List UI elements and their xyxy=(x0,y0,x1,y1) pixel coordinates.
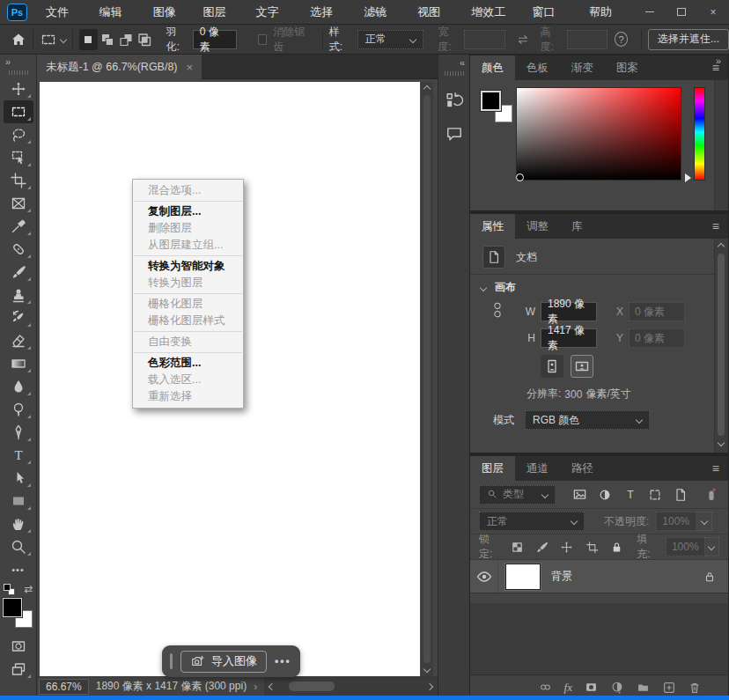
link-layers-icon[interactable] xyxy=(538,681,553,694)
section-collapse-icon[interactable] xyxy=(480,284,487,291)
filter-adjustment-layers-icon[interactable] xyxy=(597,488,614,502)
rectangular-marquee-tool[interactable] xyxy=(4,100,33,123)
eraser-tool[interactable] xyxy=(4,329,33,352)
menu-select[interactable]: 选择(S) xyxy=(300,0,354,25)
path-selection-tool[interactable] xyxy=(4,467,33,490)
vertical-scroll-thumb[interactable] xyxy=(423,95,431,663)
tab-paths[interactable]: 路径 xyxy=(560,456,605,481)
tab-gradients[interactable]: 渐变 xyxy=(560,55,605,80)
menu-item-delete-layer[interactable]: 删除图层 xyxy=(133,220,243,237)
intersect-selection-button[interactable] xyxy=(135,29,153,50)
canvas-width-input[interactable]: 1890 像素 xyxy=(541,302,597,321)
panel-color-swatches[interactable] xyxy=(481,91,512,122)
panel-menu-icon[interactable]: ≡ xyxy=(712,461,719,475)
menu-help[interactable]: 帮助(H) xyxy=(579,0,634,25)
menu-item-reselect[interactable]: 重新选择 xyxy=(133,388,243,405)
portrait-orientation-button[interactable] xyxy=(541,355,563,378)
select-and-mask-button[interactable]: 选择并遮住... xyxy=(648,29,729,50)
menu-item-group-from-layers[interactable]: 从图层建立组... xyxy=(133,237,243,254)
add-mask-icon[interactable] xyxy=(584,681,599,694)
new-selection-button[interactable] xyxy=(79,29,98,50)
constrain-link-icon[interactable] xyxy=(491,298,504,321)
tools-grip[interactable] xyxy=(9,70,28,75)
width-input[interactable] xyxy=(464,30,504,49)
tool-preset-picker[interactable] xyxy=(40,32,66,48)
edit-toolbar-button[interactable]: ••• xyxy=(4,558,33,581)
menu-file[interactable]: 文件(F) xyxy=(36,0,90,25)
landscape-orientation-button[interactable] xyxy=(571,355,593,378)
blend-mode-select[interactable]: 正常 xyxy=(479,512,585,531)
default-colors-icon[interactable] xyxy=(4,584,15,595)
foreground-color-swatch[interactable] xyxy=(481,91,501,111)
swap-dimensions-icon[interactable] xyxy=(516,33,530,46)
tab-color[interactable]: 颜色 xyxy=(470,55,515,80)
collapse-panel-icon[interactable]: » xyxy=(716,55,721,66)
delete-layer-icon[interactable] xyxy=(688,681,702,695)
brush-tool[interactable] xyxy=(4,261,33,284)
lock-position-icon[interactable] xyxy=(559,541,575,554)
tab-channels[interactable]: 通道 xyxy=(515,456,560,481)
document-tab[interactable]: 未标题-1 @ 66.7%(RGB/8) × xyxy=(37,55,202,79)
layer-name[interactable]: 背景 xyxy=(551,569,703,584)
blur-tool[interactable] xyxy=(4,375,33,398)
menu-layer[interactable]: 图层(L) xyxy=(194,0,247,25)
scroll-up-icon[interactable] xyxy=(718,243,725,250)
object-selection-tool[interactable] xyxy=(4,146,33,169)
tab-close-icon[interactable]: × xyxy=(187,61,194,74)
new-adjustment-layer-icon[interactable] xyxy=(610,681,624,695)
canvas-y-input[interactable]: 0 像素 xyxy=(629,328,685,348)
canvas-x-input[interactable]: 0 像素 xyxy=(629,302,685,321)
tab-patterns[interactable]: 图案 xyxy=(605,55,650,80)
layer-row-background[interactable]: 背景 xyxy=(470,560,728,593)
menu-item-color-range[interactable]: 色彩范围... xyxy=(133,355,243,372)
tab-libraries[interactable]: 库 xyxy=(560,214,594,239)
horizontal-scroll-thumb[interactable] xyxy=(289,682,335,691)
dodge-tool[interactable] xyxy=(4,398,33,421)
feather-input[interactable]: 0 像素 xyxy=(193,30,237,49)
eyedropper-tool[interactable] xyxy=(4,215,33,238)
help-icon[interactable]: ? xyxy=(615,32,628,47)
menu-type[interactable]: 文字(Y) xyxy=(247,0,300,25)
layer-effects-icon[interactable]: fx xyxy=(564,681,572,695)
menu-image[interactable]: 图像(I) xyxy=(144,0,194,25)
fill-input[interactable]: 100% xyxy=(666,537,705,556)
new-layer-icon[interactable] xyxy=(662,681,676,695)
add-selection-button[interactable] xyxy=(98,29,116,50)
horizontal-scrollbar[interactable] xyxy=(264,677,438,696)
canvas-height-input[interactable]: 1417 像素 xyxy=(541,328,597,348)
filter-shape-layers-icon[interactable] xyxy=(647,488,664,502)
move-tool[interactable] xyxy=(4,77,33,100)
layer-filter-select[interactable]: 类型 xyxy=(479,485,556,505)
scroll-up-icon[interactable] xyxy=(423,85,431,92)
tab-swatches[interactable]: 色板 xyxy=(515,55,560,80)
layer-lock-icon[interactable] xyxy=(703,571,716,583)
status-chevron-icon[interactable]: › xyxy=(254,681,257,693)
rectangle-shape-tool[interactable] xyxy=(4,490,33,512)
opacity-input[interactable]: 100% xyxy=(656,512,696,531)
menu-edit[interactable]: 编辑(E) xyxy=(90,0,144,25)
minimize-button[interactable] xyxy=(634,0,666,25)
import-image-button[interactable]: 导入图像 xyxy=(180,651,267,673)
height-input[interactable] xyxy=(567,30,608,49)
layer-thumbnail[interactable] xyxy=(505,564,541,590)
tab-adjustments[interactable]: 调整 xyxy=(515,214,560,239)
scroll-thumb[interactable] xyxy=(718,254,725,436)
gradient-tool[interactable] xyxy=(4,352,33,375)
version-history-panel-button[interactable] xyxy=(442,89,467,112)
subtract-selection-button[interactable] xyxy=(116,29,135,50)
color-field-marker[interactable] xyxy=(516,173,524,181)
scroll-down-icon[interactable] xyxy=(718,439,725,446)
pen-tool[interactable] xyxy=(4,421,33,444)
menu-item-rasterize-layer[interactable]: 栅格化图层 xyxy=(133,296,243,313)
zoom-tool[interactable] xyxy=(4,535,33,558)
hue-slider-arrow[interactable] xyxy=(685,173,691,182)
lock-pixels-icon[interactable] xyxy=(534,541,550,554)
menu-window[interactable]: 窗口(W) xyxy=(522,0,579,25)
saturation-brightness-field[interactable] xyxy=(516,87,681,181)
menu-filter[interactable]: 滤镜(T) xyxy=(354,0,408,25)
taskbar-more-icon[interactable]: ••• xyxy=(275,655,291,667)
menu-item-convert-to-smart-object[interactable]: 转换为智能对象 xyxy=(133,258,243,275)
menu-item-blending-options[interactable]: 混合选项... xyxy=(133,182,243,199)
home-button[interactable] xyxy=(11,32,26,48)
color-mode-select[interactable]: RGB 颜色 xyxy=(525,410,650,430)
